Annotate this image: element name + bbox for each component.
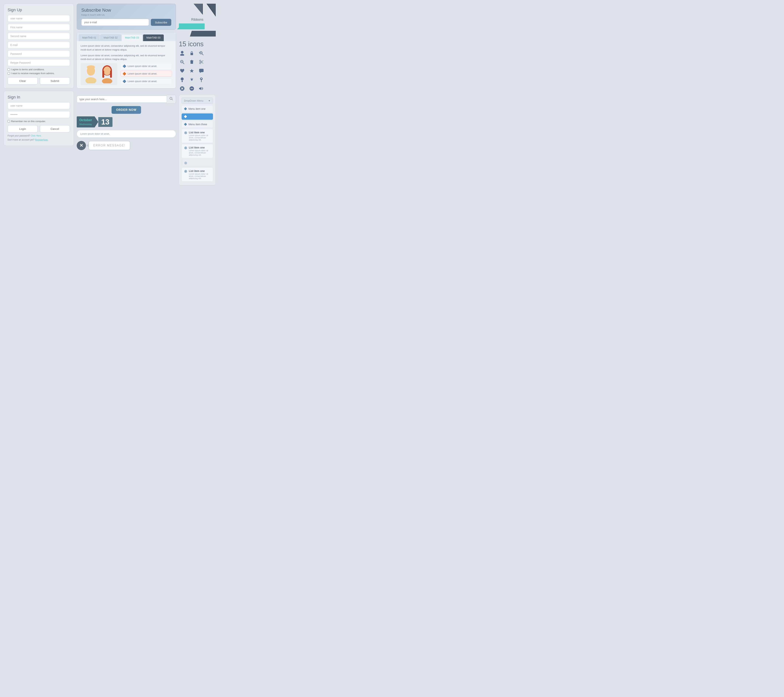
scissors-icon — [198, 59, 205, 65]
svg-point-25 — [199, 63, 201, 64]
menu-item-3[interactable]: Menu item three — [182, 121, 213, 128]
gear-icon — [188, 76, 195, 83]
tab-1[interactable]: MainTAB 01 — [79, 34, 100, 41]
svg-rect-7 — [110, 71, 112, 78]
ribbons-title: Ribbons — [179, 18, 216, 21]
order-now-button[interactable]: ORDER NOW — [112, 106, 141, 114]
tabs-header: MainTAB 01 MainTAB 02 MainTAB 03 MainTAB… — [77, 33, 176, 41]
trash-icon — [188, 59, 195, 65]
search-input[interactable] — [77, 96, 167, 103]
date-day: 13 — [98, 117, 112, 127]
signin-password-input[interactable] — [8, 111, 70, 118]
remember-checkbox[interactable] — [8, 120, 10, 122]
avatars-box — [81, 63, 117, 85]
svg-point-4 — [104, 66, 111, 75]
list-item-4-sub: Lorem ipsum dolor sit amet, consectetuer… — [189, 173, 210, 180]
firstname-input[interactable] — [8, 24, 70, 31]
svg-point-32 — [181, 77, 184, 81]
subscribe-button[interactable]: Subscribe — [151, 19, 171, 26]
cancel-button[interactable]: Cancel — [40, 125, 70, 132]
login-button[interactable]: Login — [8, 125, 38, 132]
secondname-input[interactable] — [8, 33, 70, 40]
search-icon — [170, 97, 173, 101]
right-bottom-col: DropDown Menu ▼ Menu item one Menu item … — [179, 95, 216, 185]
icons-grid — [179, 50, 216, 92]
tab-list-item-1[interactable]: Lorem ipsum dolor sit amet. — [120, 63, 172, 69]
tabs-panel: MainTAB 01 MainTAB 02 MainTAB 03 MainTAB… — [77, 32, 176, 88]
error-close-icon[interactable]: ✕ — [77, 141, 86, 150]
diamond-icon-3 — [123, 79, 126, 83]
username-input[interactable] — [8, 15, 70, 22]
svg-point-26 — [199, 60, 201, 62]
menu-item-1[interactable]: Menu item one — [182, 105, 213, 112]
error-message: ERROR MESSAGE! — [89, 141, 130, 150]
svg-point-37 — [201, 78, 202, 79]
submit-button[interactable]: Submit — [40, 77, 70, 84]
tab-list-item-2[interactable]: Lorem ipsum dolor sit amet. — [120, 71, 172, 77]
menu-diamond-1 — [184, 107, 187, 110]
date-banner: October Wednesday 13 — [77, 116, 176, 127]
tabs-text1: Lorem ipsum dolor sit amet, consectetur … — [81, 44, 172, 52]
password-input[interactable] — [8, 50, 70, 58]
list-circle-4 — [184, 170, 187, 173]
tab-list-item-3[interactable]: Lorem ipsum dolor sit amet. — [120, 78, 172, 84]
register-link[interactable]: RegisterNow. — [35, 138, 48, 141]
signin-extra: Forgot your password? Click Here. Don't … — [8, 134, 70, 142]
menu-diamond-3 — [184, 123, 187, 126]
diamond-icon-1 — [123, 64, 126, 68]
signin-panel: Sign In Remember me on this computer. Lo… — [4, 91, 74, 146]
svg-rect-6 — [102, 71, 104, 78]
search-row — [77, 95, 176, 104]
dropdown-label: DropDown Menu — [184, 99, 203, 102]
svg-marker-9 — [194, 4, 202, 14]
tab-4[interactable]: MainTAB 03 — [143, 34, 164, 41]
svg-point-13 — [180, 54, 184, 56]
minus-icon — [188, 85, 195, 92]
list-item-4-title: List item one — [189, 170, 210, 173]
order-now-wrap: ORDER NOW — [77, 106, 176, 114]
terms-checkbox[interactable] — [8, 68, 10, 71]
email-input[interactable] — [8, 41, 70, 48]
register-text: Don't have an account yet? — [8, 138, 34, 141]
ribbon-corners — [179, 4, 216, 16]
svg-marker-44 — [199, 87, 201, 90]
tabs-text2: Lorem ipsum dolor sit amet, consectetur … — [81, 54, 172, 61]
clear-button[interactable]: Clear — [8, 77, 38, 84]
date-weekday: Wednesday — [79, 123, 92, 126]
retype-password-input[interactable] — [8, 59, 70, 66]
messages-checkbox[interactable] — [8, 72, 10, 74]
signup-title: Sign Up — [8, 8, 70, 12]
menu-item-3-label: Menu item three — [188, 123, 207, 126]
right-top-col: Ribbons 15 icons — [179, 4, 216, 92]
list-item-1-sub: Lorem ipsum dolor sit amet, consectetuer… — [189, 134, 210, 141]
forgot-link[interactable]: Click Here. — [31, 135, 42, 137]
list-item-1-title: List item one — [189, 131, 210, 134]
svg-line-16 — [202, 54, 203, 55]
error-box: ✕ ERROR MESSAGE! — [77, 141, 176, 150]
dark-ribbon — [179, 31, 216, 36]
list-item-1[interactable]: List item one Lorem ipsum dolor sit amet… — [182, 129, 213, 143]
dropdown-header[interactable]: DropDown Menu ▼ — [182, 97, 213, 104]
list-items-box: Lorem ipsum dolor sit amet. Lorem ipsum … — [120, 63, 172, 85]
signin-username-input[interactable] — [8, 102, 70, 109]
svg-line-46 — [172, 99, 173, 100]
svg-rect-33 — [182, 81, 183, 82]
svg-rect-23 — [190, 61, 193, 61]
svg-rect-24 — [191, 60, 192, 61]
search-button[interactable] — [167, 95, 176, 104]
list-circle-3 — [184, 162, 187, 164]
subscribe-email-input[interactable] — [81, 19, 149, 26]
list-circle-1 — [184, 132, 187, 134]
avatar-female — [100, 65, 115, 83]
tab-list-text-3: Lorem ipsum dolor sit amet. — [128, 80, 157, 82]
signup-panel: Sign Up I agree to terms and conditions.… — [4, 4, 74, 88]
list-item-2[interactable]: List item one Lorem ipsum dolor sit amet… — [182, 144, 213, 158]
tab-3[interactable]: MainTAB 03 — [122, 34, 143, 41]
list-item-2-title: List item one — [189, 146, 210, 149]
list-item-4[interactable]: List item one Lorem ipsum dolor sit amet… — [182, 168, 213, 181]
messages-label: I want to receive messages from admins. — [11, 72, 54, 75]
icons-title: 15 icons — [179, 40, 216, 48]
tab-2[interactable]: MainTAB 02 — [100, 34, 121, 41]
menu-item-2[interactable] — [182, 114, 213, 120]
tabs-body: Lorem ipsum dolor sit amet, consectetur … — [77, 41, 176, 88]
